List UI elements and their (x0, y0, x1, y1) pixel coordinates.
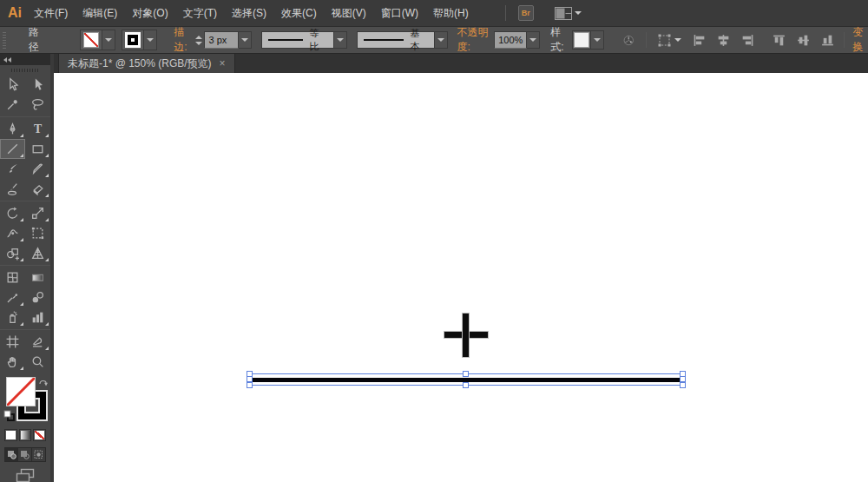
selection-handle-mid-right[interactable] (680, 376, 686, 382)
align-left-icon[interactable] (692, 33, 707, 48)
tool-gradient[interactable] (25, 267, 50, 287)
align-top-icon[interactable] (772, 33, 786, 48)
tools-column: T (0, 54, 54, 482)
tool-column-graph[interactable] (25, 307, 50, 327)
tool-perspective-grid[interactable] (25, 243, 50, 263)
default-fill-stroke-icon[interactable] (3, 410, 15, 421)
bridge-button[interactable]: Br (518, 5, 534, 21)
canvas[interactable] (54, 73, 868, 482)
tool-rotate[interactable] (0, 203, 25, 223)
stroke-width-input[interactable]: 3 px (204, 31, 239, 49)
tool-zoom[interactable] (25, 352, 50, 372)
control-separator (646, 32, 647, 48)
tool-shape-builder[interactable] (0, 243, 25, 263)
opacity-dropdown[interactable] (527, 31, 540, 49)
stroke-color-well[interactable] (122, 30, 144, 50)
style-well[interactable] (572, 30, 591, 50)
tool-eyedropper[interactable] (0, 287, 25, 307)
tools-panel-header[interactable] (0, 54, 50, 65)
menu-item-effect[interactable]: 效果(C) (281, 6, 317, 21)
align-to-selector[interactable] (657, 33, 681, 48)
menu-item-file[interactable]: 文件(F) (34, 6, 68, 21)
style-dropdown[interactable] (591, 30, 604, 50)
fill-swatch[interactable] (6, 377, 36, 406)
gradient-icon (21, 431, 30, 439)
tool-mesh[interactable] (0, 267, 25, 287)
width-profile-dropdown[interactable] (334, 31, 347, 49)
tool-rectangle[interactable] (25, 139, 50, 159)
menu-item-object[interactable]: 对象(O) (132, 6, 168, 21)
width-profile-combo[interactable]: 等比 (261, 31, 334, 49)
stroke-black-swatch (125, 32, 141, 48)
tool-artboard[interactable] (0, 332, 25, 352)
main-menus: 文件(F) 编辑(E) 对象(O) 文字(T) 选择(S) 效果(C) 视图(V… (34, 6, 469, 21)
fill-color-well[interactable] (80, 30, 102, 50)
selection-handle-bottom-left[interactable] (247, 382, 253, 388)
tool-hand[interactable] (0, 352, 25, 372)
menu-item-edit[interactable]: 编辑(E) (82, 6, 117, 21)
draw-inside-button[interactable] (32, 448, 45, 461)
tab-close-icon[interactable]: × (220, 58, 226, 69)
tool-slice[interactable] (25, 332, 50, 352)
tool-scale[interactable] (25, 203, 50, 223)
menu-item-type[interactable]: 文字(T) (183, 6, 217, 21)
control-bar: 路径 描边: 3 px 等比 基本 (0, 26, 868, 54)
tools-panel-grip[interactable] (11, 69, 39, 72)
align-center-vertical-icon[interactable] (796, 33, 811, 48)
align-center-horizontal-icon[interactable] (716, 33, 731, 48)
chevron-down-icon (674, 38, 681, 42)
none-button[interactable] (33, 429, 46, 441)
stroke-width-stepper[interactable] (195, 36, 202, 45)
collapse-panel-icon[interactable] (3, 57, 11, 63)
screen-mode-button[interactable] (14, 468, 36, 482)
width-profile-value: 等比 (309, 27, 327, 53)
control-bar-grip[interactable] (3, 31, 6, 49)
tool-width[interactable] (0, 223, 25, 243)
tool-paintbrush[interactable] (0, 159, 25, 179)
align-right-icon[interactable] (740, 33, 755, 48)
tool-blob-brush[interactable] (0, 179, 25, 199)
recolor-artwork-icon[interactable] (623, 33, 635, 48)
tool-blend[interactable] (25, 287, 50, 307)
tool-eraser[interactable] (25, 179, 50, 199)
selection-handle-mid-left[interactable] (247, 376, 253, 382)
tool-line-segment[interactable] (0, 139, 25, 159)
opacity-panel-link[interactable]: 不透明度: (457, 25, 490, 56)
tool-selection[interactable] (0, 75, 25, 95)
swap-fill-stroke-icon[interactable] (38, 377, 49, 387)
tool-lasso[interactable] (25, 95, 50, 115)
stroke-panel-link[interactable]: 描边: (174, 25, 191, 56)
tool-pencil[interactable] (25, 159, 50, 179)
style-label: 样式: (550, 25, 568, 55)
stroke-width-dropdown[interactable] (239, 31, 252, 49)
color-fill-icon (6, 431, 16, 439)
selection-handle-bottom-right[interactable] (680, 382, 686, 388)
color-button[interactable] (4, 429, 17, 441)
crosshair-cursor-vertical (463, 314, 469, 357)
selection-handle-top-center[interactable] (463, 371, 469, 377)
tool-symbol-sprayer[interactable] (0, 307, 25, 327)
align-bottom-icon[interactable] (820, 33, 835, 48)
workspace-switcher[interactable] (555, 7, 582, 20)
tool-magic-wand[interactable] (0, 95, 25, 115)
document-tab[interactable]: 未标题-1* @ 150% (RGB/预览) × (58, 54, 235, 73)
tool-direct-selection[interactable] (25, 75, 50, 95)
tool-type[interactable]: T (25, 119, 50, 139)
draw-behind-button[interactable] (18, 448, 31, 461)
fill-color-dropdown[interactable] (102, 30, 115, 50)
transform-panel-link[interactable]: 变换 (852, 25, 868, 56)
tool-free-transform[interactable] (25, 223, 50, 243)
menu-item-window[interactable]: 窗口(W) (381, 6, 418, 21)
selection-handle-bottom-center[interactable] (463, 382, 469, 388)
menu-item-help[interactable]: 帮助(H) (433, 6, 469, 21)
brush-definition-dropdown[interactable] (435, 31, 448, 49)
gradient-button[interactable] (19, 429, 32, 441)
menu-item-view[interactable]: 视图(V) (332, 6, 366, 21)
opacity-input[interactable]: 100% (494, 31, 527, 49)
brush-definition-combo[interactable]: 基本 (357, 31, 435, 49)
step-up-icon (195, 36, 202, 39)
draw-normal-button[interactable] (5, 448, 18, 461)
tool-pen[interactable] (0, 119, 25, 139)
stroke-color-dropdown[interactable] (144, 30, 157, 50)
menu-item-select[interactable]: 选择(S) (232, 6, 266, 21)
